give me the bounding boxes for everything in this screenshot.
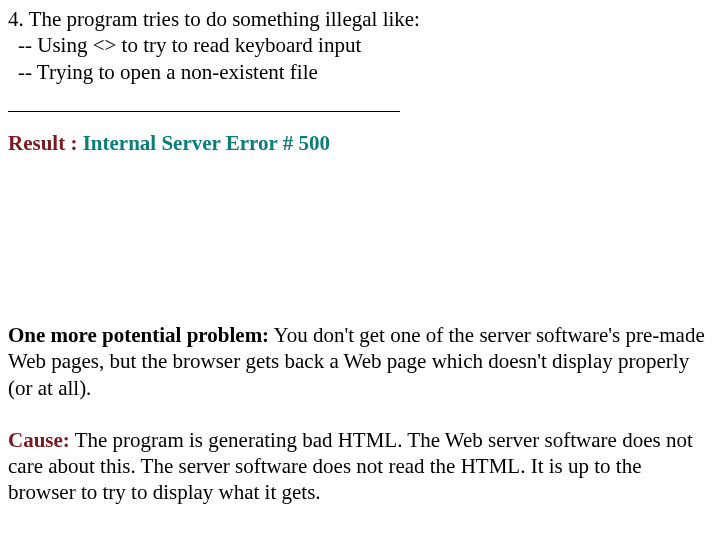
list-item-4: 4. The program tries to do something ill…: [8, 6, 712, 85]
one-more-problem: One more potential problem: You don't ge…: [8, 322, 712, 401]
list-item-4-sub2: -- Trying to open a non-existent file: [8, 59, 712, 85]
result-line: Result : Internal Server Error # 500: [8, 130, 712, 156]
cause-label: Cause:: [8, 428, 70, 452]
result-label: Result :: [8, 131, 77, 155]
list-item-4-sub1: -- Using <> to try to read keyboard inpu…: [8, 32, 712, 58]
divider: [8, 111, 400, 112]
list-item-4-lead: 4. The program tries to do something ill…: [8, 6, 712, 32]
cause-paragraph: Cause: The program is generating bad HTM…: [8, 427, 712, 506]
spacer: [8, 182, 712, 322]
one-more-problem-label: One more potential problem:: [8, 323, 269, 347]
result-text: Internal Server Error # 500: [77, 131, 330, 155]
cause-text: The program is generating bad HTML. The …: [8, 428, 693, 505]
